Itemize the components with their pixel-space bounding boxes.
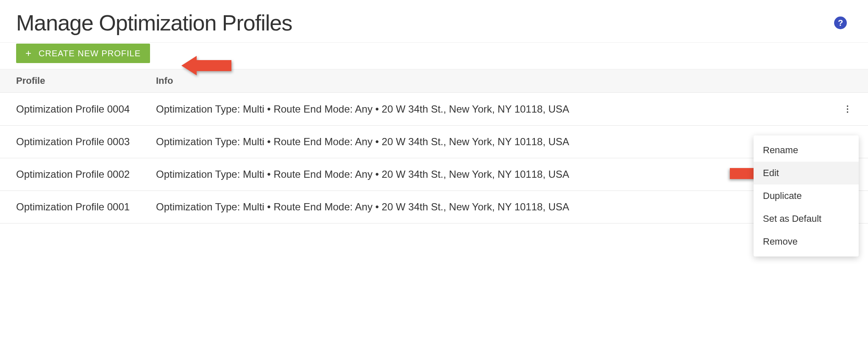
help-icon[interactable]: ? [834, 17, 847, 29]
profile-info: Optimization Type: Multi • Route End Mod… [156, 136, 826, 148]
svg-marker-0 [181, 56, 231, 75]
context-menu: Rename Edit Duplicate Set as Default Rem… [754, 135, 859, 256]
profile-name: Optimization Profile 0001 [16, 201, 156, 213]
menu-item-duplicate[interactable]: Duplicate [754, 185, 859, 207]
table-header: Profile Info [0, 69, 868, 93]
profile-info: Optimization Type: Multi • Route End Mod… [156, 168, 826, 180]
table-row: Optimization Profile 0004 Optimization T… [0, 93, 868, 126]
table-row: Optimization Profile 0003 Optimization T… [0, 126, 868, 158]
menu-item-remove[interactable]: Remove [754, 230, 859, 253]
kebab-menu-icon[interactable]: ●●● [826, 103, 852, 115]
menu-item-edit[interactable]: Edit [754, 162, 859, 185]
toolbar: + CREATE NEW PROFILE [0, 42, 868, 69]
menu-item-set-default[interactable]: Set as Default [754, 207, 859, 230]
create-button-label: CREATE NEW PROFILE [39, 49, 141, 58]
profile-name: Optimization Profile 0004 [16, 103, 156, 115]
menu-item-rename[interactable]: Rename [754, 139, 859, 162]
page-header: Manage Optimization Profiles ? [0, 0, 868, 42]
annotation-arrow-icon [181, 55, 232, 76]
column-header-profile: Profile [16, 75, 156, 86]
profile-name: Optimization Profile 0003 [16, 136, 156, 148]
table-row: Optimization Profile 0001 Optimization T… [0, 191, 868, 223]
profile-info: Optimization Type: Multi • Route End Mod… [156, 103, 826, 115]
column-header-info: Info [156, 75, 826, 86]
profile-info: Optimization Type: Multi • Route End Mod… [156, 201, 791, 213]
page-title: Manage Optimization Profiles [16, 10, 292, 36]
create-new-profile-button[interactable]: + CREATE NEW PROFILE [16, 44, 150, 63]
plus-icon: + [25, 48, 32, 58]
column-header-actions [826, 75, 852, 86]
profile-info-wrapper: Optimization Type: Multi • Route End Mod… [156, 201, 826, 213]
profile-name: Optimization Profile 0002 [16, 168, 156, 180]
